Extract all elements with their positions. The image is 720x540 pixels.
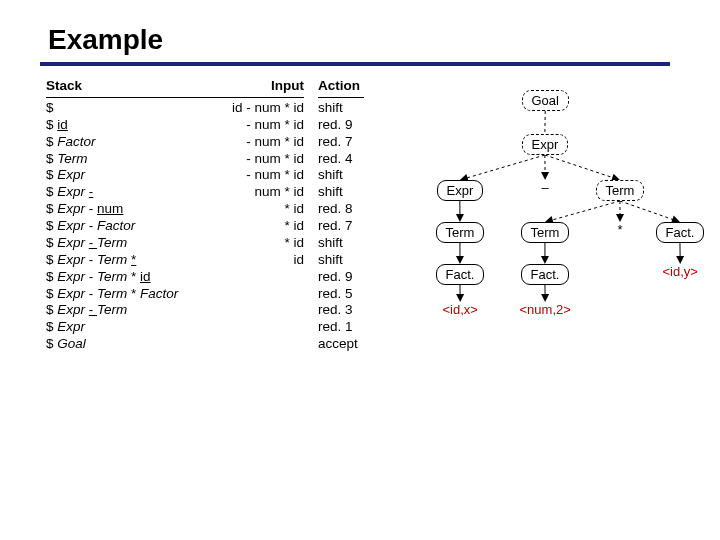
table-row: id - num * id (214, 100, 304, 117)
table-row (214, 302, 304, 319)
table-row: red. 4 (318, 151, 364, 168)
table-row: num * id (214, 184, 304, 201)
tree-node-termL: Term (436, 222, 485, 243)
parse-trace-table: Stack$$ id$ Factor$ Term$ Expr$ Expr -$ … (46, 78, 364, 353)
table-row (214, 269, 304, 286)
table-row (214, 336, 304, 353)
table-row: id (214, 252, 304, 269)
title-underline (40, 62, 670, 66)
table-row: $ Expr - num (46, 201, 214, 218)
svg-line-1 (465, 155, 545, 179)
table-row: $ Expr - Term (46, 302, 214, 319)
table-row: shift (318, 100, 364, 117)
svg-marker-20 (676, 256, 684, 264)
svg-line-5 (545, 155, 615, 178)
table-row: - num * id (214, 134, 304, 151)
table-row: red. 8 (318, 201, 364, 218)
table-row: $ Factor (46, 134, 214, 151)
tree-node-exprR: Expr (522, 134, 569, 155)
table-row: red. 7 (318, 218, 364, 235)
col-stack: Stack$$ id$ Factor$ Term$ Expr$ Expr -$ … (46, 78, 214, 353)
svg-line-13 (620, 201, 675, 220)
svg-marker-8 (456, 214, 464, 222)
tree-node-idy: <id,y> (663, 264, 698, 279)
table-row: * id (214, 218, 304, 235)
table-row: shift (318, 184, 364, 201)
tree-node-factM: Fact. (521, 264, 570, 285)
table-row: $ Expr - Term * id (46, 269, 214, 286)
table-row: $ (46, 100, 214, 117)
tree-node-idx: <id,x> (443, 302, 478, 317)
svg-marker-12 (616, 214, 624, 222)
svg-marker-22 (456, 294, 464, 302)
tree-node-exprL: Expr (437, 180, 484, 201)
tree-node-goal: Goal (522, 90, 569, 111)
tree-node-star: * (618, 222, 623, 237)
table-row: $ Expr (46, 167, 214, 184)
table-row: red. 5 (318, 286, 364, 303)
table-row: red. 3 (318, 302, 364, 319)
tree-node-minus: – (542, 180, 549, 195)
table-row: shift (318, 252, 364, 269)
svg-marker-16 (456, 256, 464, 264)
table-row: $ Expr - Factor (46, 218, 214, 235)
svg-marker-18 (541, 256, 549, 264)
col-input: Inputid - num * id- num * id- num * id- … (214, 78, 304, 353)
tree-node-num2: <num,2> (520, 302, 571, 317)
table-row (214, 319, 304, 336)
tree-node-termM: Term (521, 222, 570, 243)
table-row (214, 286, 304, 303)
table-row: - num * id (214, 167, 304, 184)
table-row: $ Expr (46, 319, 214, 336)
svg-line-9 (550, 201, 620, 221)
table-row: $ Expr - (46, 184, 214, 201)
table-row: $ Goal (46, 336, 214, 353)
table-row: - num * id (214, 117, 304, 134)
table-row: accept (318, 336, 364, 353)
table-row: red. 1 (318, 319, 364, 336)
parse-tree: GoalExprExpr–TermTermTerm*Fact.Fact.Fact… (380, 90, 710, 350)
table-row: $ Expr - Term * (46, 252, 214, 269)
table-row: $ Expr - Term (46, 235, 214, 252)
table-row: $ id (46, 117, 214, 134)
svg-marker-24 (541, 294, 549, 302)
table-row: shift (318, 167, 364, 184)
table-row: * id (214, 235, 304, 252)
table-row: * id (214, 201, 304, 218)
table-row: red. 9 (318, 269, 364, 286)
table-row: $ Term (46, 151, 214, 168)
col-action: Actionshiftred. 9red. 7red. 4shiftshiftr… (304, 78, 364, 353)
page-title: Example (40, 24, 690, 56)
table-row: red. 7 (318, 134, 364, 151)
svg-marker-4 (541, 172, 549, 180)
tree-node-factL: Fact. (436, 264, 485, 285)
table-row: red. 9 (318, 117, 364, 134)
table-row: - num * id (214, 151, 304, 168)
tree-node-factR: Fact. (656, 222, 705, 243)
table-row: shift (318, 235, 364, 252)
table-row: $ Expr - Term * Factor (46, 286, 214, 303)
tree-node-termR: Term (596, 180, 645, 201)
